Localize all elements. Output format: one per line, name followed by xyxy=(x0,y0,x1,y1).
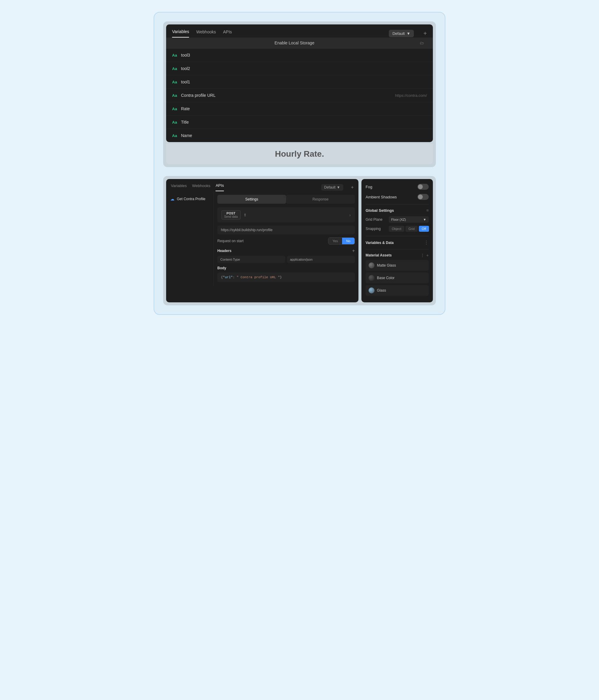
divider-3 xyxy=(366,249,429,249)
p2-sidebar-list: ☁ Get Contra Profile xyxy=(166,191,214,286)
post-badge: POST Send data xyxy=(222,210,240,220)
fog-row: Fog xyxy=(366,184,429,190)
variables-data-menu[interactable]: ⋮ xyxy=(424,240,429,246)
material-menu-icon[interactable]: ⋮ xyxy=(420,253,424,258)
main-wrapper: Variables Webhooks APIs Default ▼ + Enab… xyxy=(154,12,445,315)
material-item-glass[interactable]: Glass xyxy=(366,285,429,296)
p2-main-content: Settings Response POST Send data ⇧ › xyxy=(214,191,359,286)
chevron-icon: › xyxy=(349,213,351,218)
var-row-name[interactable]: Aa Name xyxy=(166,129,433,142)
tab-webhooks[interactable]: Webhooks xyxy=(196,29,216,37)
ambient-shadows-row: Ambient Shadows xyxy=(366,194,429,200)
material-item-matte-glass[interactable]: Matte Glass xyxy=(366,260,429,271)
global-settings-header: Global Settings ≡ xyxy=(366,208,429,213)
p2-tab-variables[interactable]: Variables xyxy=(171,183,187,191)
api-item-get-contra[interactable]: ☁ Get Contra Profile xyxy=(166,194,213,204)
panel2-left: Variables Webhooks APIs Default ▼ + ☁ xyxy=(166,179,359,302)
panel2-nav: Variables Webhooks APIs Default ▼ + xyxy=(166,179,359,191)
var-row-rate[interactable]: Aa Rate xyxy=(166,102,433,116)
request-on-start-row: Request on start Yes No xyxy=(217,238,355,245)
body-section-header: Body xyxy=(217,266,355,270)
code-open-brace: { xyxy=(221,276,223,279)
material-assets-actions: ⋮ + xyxy=(420,253,429,258)
var-row-title[interactable]: Aa Title xyxy=(166,116,433,129)
panel2-inner: Variables Webhooks APIs Default ▼ + ☁ xyxy=(166,179,433,302)
divider-1 xyxy=(366,204,429,204)
fog-knob xyxy=(418,184,423,189)
tab-variables[interactable]: Variables xyxy=(172,29,189,38)
snap-grid[interactable]: Grid xyxy=(406,226,418,232)
p2-default-button[interactable]: Default ▼ xyxy=(321,184,343,191)
material-add-icon[interactable]: + xyxy=(426,253,429,258)
divider-2 xyxy=(366,236,429,236)
var-row-tool3[interactable]: Aa tool3 xyxy=(166,49,433,62)
response-tab[interactable]: Response xyxy=(286,195,355,204)
fog-toggle[interactable] xyxy=(417,184,429,190)
p2-tab-webhooks[interactable]: Webhooks xyxy=(192,183,210,191)
post-block[interactable]: POST Send data ⇧ › xyxy=(217,207,355,223)
grid-plane-row: Grid Plane Floor (XZ) ▼ xyxy=(366,216,429,223)
settings-tab[interactable]: Settings xyxy=(217,195,286,204)
p2-add-button[interactable]: + xyxy=(351,185,354,190)
panel-1: Variables Webhooks APIs Default ▼ + Enab… xyxy=(163,21,436,167)
body-code[interactable]: {"url": " Contra profile URL "} xyxy=(217,273,355,282)
header-value[interactable]: application/json xyxy=(287,256,355,263)
request-no[interactable]: No xyxy=(342,238,355,244)
var-row-tool2[interactable]: Aa tool2 xyxy=(166,62,433,75)
snapping-options: Object Grid Off xyxy=(389,226,429,232)
var-row-contra-url[interactable]: Aa Contra profile URL https://contra.com… xyxy=(166,89,433,102)
add-header-button[interactable]: + xyxy=(352,248,355,253)
panel-2: Variables Webhooks APIs Default ▼ + ☁ xyxy=(163,176,436,305)
headers-row: Content-Type application/json xyxy=(217,256,355,263)
material-item-base-color[interactable]: Base Color xyxy=(366,273,429,283)
cloud-icon: ☁ xyxy=(170,197,175,201)
p2-tab-apis[interactable]: APIs xyxy=(215,183,224,191)
variables-card: Variables Webhooks APIs Default ▼ + Enab… xyxy=(166,24,433,142)
snap-object[interactable]: Object xyxy=(389,226,404,232)
glass-sphere xyxy=(369,288,374,293)
default-button[interactable]: Default ▼ xyxy=(389,30,414,37)
snapping-row: Snapping Object Grid Off xyxy=(366,226,429,232)
ambient-knob xyxy=(418,195,423,199)
hourly-rate-text: Hourly Rate. xyxy=(166,144,433,164)
variables-list: Aa tool3 Aa tool2 Aa tool1 Aa Contra pro… xyxy=(166,49,433,142)
url-input[interactable]: https://sykbil.buildship.run/profile xyxy=(217,225,355,234)
ambient-shadows-toggle[interactable] xyxy=(417,194,429,200)
request-yes[interactable]: Yes xyxy=(329,238,342,244)
panel2-right: Fog Ambient Shadows Global Settings xyxy=(361,179,433,302)
add-variable-button[interactable]: + xyxy=(423,30,427,37)
variables-data-section: Variables & Data ⋮ xyxy=(366,240,429,246)
var-row-tool1[interactable]: Aa tool1 xyxy=(166,75,433,89)
tooltip-bar: Enable Local Storage 🗁 xyxy=(166,38,433,49)
grid-plane-select[interactable]: Floor (XZ) ▼ xyxy=(389,216,429,223)
settings-icon[interactable]: ≡ xyxy=(426,208,429,213)
db-icon: 🗁 xyxy=(420,41,424,45)
base-color-sphere xyxy=(369,275,374,281)
material-assets-header: Material Assets ⋮ + xyxy=(366,253,429,258)
content-tabs: Settings Response xyxy=(217,195,355,204)
chevron-down-icon: ▼ xyxy=(423,218,426,221)
snap-off[interactable]: Off xyxy=(419,226,429,232)
header-key[interactable]: Content-Type xyxy=(217,256,285,263)
p2-sidebar-area: ☁ Get Contra Profile Settings Response xyxy=(166,191,359,286)
request-toggle-group[interactable]: Yes No xyxy=(328,238,355,245)
matte-glass-sphere xyxy=(369,262,374,268)
tab-apis[interactable]: APIs xyxy=(223,29,232,37)
panel1-nav: Variables Webhooks APIs Default ▼ + xyxy=(166,24,433,38)
headers-section-header: Headers + xyxy=(217,248,355,253)
